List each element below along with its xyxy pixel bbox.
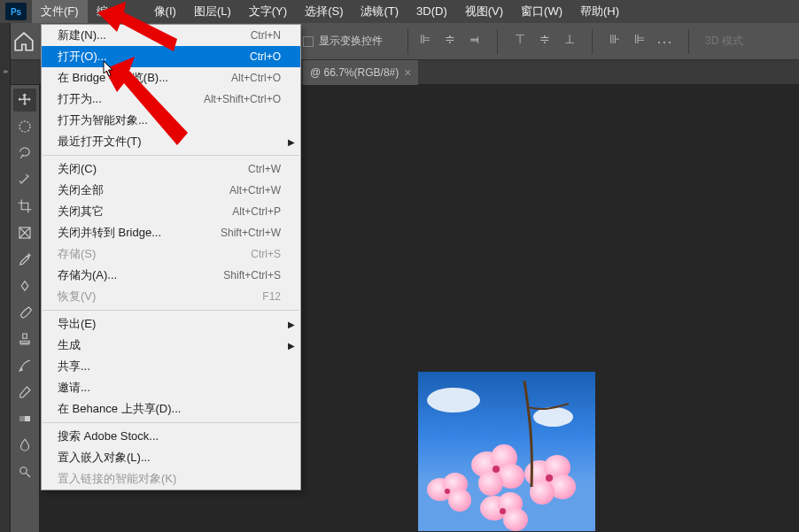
eyedropper-tool-icon[interactable] — [13, 248, 36, 271]
history-brush-tool-icon[interactable] — [13, 354, 36, 377]
svg-point-0 — [19, 121, 30, 132]
menu-item-label: 共享... — [58, 359, 90, 374]
menu-item[interactable]: 在 Behance 上共享(D)... — [42, 398, 300, 420]
menu-item-label: 置入嵌入对象(L)... — [58, 450, 151, 466]
annotation-arrow-icon — [97, 2, 186, 55]
menu-item-shortcut: Ctrl+S — [251, 248, 281, 260]
distribute-v-icon[interactable]: ⊫ — [630, 29, 649, 49]
svg-marker-6 — [105, 57, 188, 145]
menu-item[interactable]: 关闭全部Alt+Ctrl+W — [42, 180, 300, 201]
menu-3d[interactable]: 3D(D) — [407, 0, 456, 23]
frame-tool-icon[interactable] — [13, 221, 36, 244]
menu-item[interactable]: 邀请... — [42, 377, 300, 398]
expand-icon[interactable]: ▸▸ — [0, 23, 10, 75]
menu-item: 存储(S)Ctrl+S — [42, 243, 300, 265]
menu-separator — [43, 310, 299, 311]
wand-tool-icon[interactable] — [13, 168, 36, 191]
menu-item-shortcut: Ctrl+N — [251, 29, 281, 42]
menu-item[interactable]: 共享... — [42, 356, 300, 377]
menu-item[interactable]: 搜索 Adobe Stock... — [42, 426, 300, 447]
menu-item-label: 导出(E) — [58, 316, 96, 332]
submenu-arrow-icon: ▶ — [288, 341, 295, 351]
lasso-tool-icon[interactable] — [13, 142, 36, 165]
menu-item-label: 关闭并转到 Bridge... — [58, 225, 161, 241]
menu-select[interactable]: 选择(S) — [296, 0, 352, 23]
divider — [592, 29, 593, 54]
tab-title: @ 66.7%(RGB/8#) — [310, 60, 399, 85]
marquee-tool-icon[interactable] — [13, 115, 36, 138]
menu-item-label: 关闭(C) — [58, 161, 97, 177]
toolbox — [11, 85, 39, 483]
menu-item-shortcut: Alt+Ctrl+P — [232, 205, 281, 218]
blur-tool-icon[interactable] — [13, 434, 36, 457]
menu-item[interactable]: 置入嵌入对象(L)... — [42, 447, 300, 468]
stamp-tool-icon[interactable] — [13, 328, 36, 351]
divider — [688, 29, 689, 54]
healing-tool-icon[interactable] — [13, 274, 36, 297]
menu-item[interactable]: 导出(E)▶ — [42, 313, 300, 335]
menu-view[interactable]: 视图(V) — [456, 0, 512, 23]
menu-window[interactable]: 窗口(W) — [512, 0, 571, 23]
menu-item-shortcut: Alt+Ctrl+O — [231, 72, 281, 84]
document-tab[interactable]: @ 66.7%(RGB/8#) × — [303, 60, 418, 85]
move-tool-icon[interactable] — [13, 89, 36, 112]
annotation-arrow-icon — [105, 57, 193, 154]
eraser-tool-icon[interactable] — [13, 381, 36, 404]
menu-item-shortcut: Ctrl+W — [248, 163, 281, 175]
menu-file[interactable]: 文件(F) — [32, 0, 88, 23]
dodge-tool-icon[interactable] — [13, 460, 36, 483]
menu-item-shortcut: Shift+Ctrl+S — [223, 269, 281, 281]
brush-tool-icon[interactable] — [13, 301, 36, 324]
more-icon[interactable]: ⋯ — [656, 32, 674, 51]
menu-help[interactable]: 帮助(H) — [571, 0, 628, 23]
submenu-arrow-icon: ▶ — [288, 320, 295, 329]
menu-item-label: 恢复(V) — [58, 289, 96, 305]
menu-item[interactable]: 关闭(C)Ctrl+W — [42, 158, 300, 180]
menu-filter[interactable]: 滤镜(T) — [352, 0, 407, 23]
transform-label: 显示变换控件 — [319, 34, 383, 49]
align-center-h-icon[interactable]: ≑ — [440, 29, 460, 49]
transform-checkbox[interactable] — [303, 36, 314, 47]
menu-item-label: 存储(S) — [58, 246, 96, 262]
home-icon[interactable] — [12, 30, 35, 53]
menu-item-label: 生成 — [58, 337, 81, 353]
align-right-icon[interactable]: ⫤ — [465, 29, 485, 49]
document-image — [418, 372, 595, 531]
close-icon[interactable]: × — [404, 60, 411, 85]
menu-item-shortcut: Shift+Ctrl+W — [221, 227, 281, 239]
menu-item-shortcut: Alt+Ctrl+W — [229, 184, 281, 197]
svg-marker-5 — [97, 2, 177, 51]
align-icons: ⊫ ≑ ⫤ ⊤ ≑ ⊥ ⊪ ⊫ — [415, 29, 649, 54]
menu-item[interactable]: 关闭并转到 Bridge...Shift+Ctrl+W — [42, 222, 300, 243]
3d-mode-label: 3D 模式 — [696, 34, 752, 49]
menu-layer[interactable]: 图层(L) — [185, 0, 240, 23]
align-center-v-icon[interactable]: ≑ — [535, 29, 555, 49]
gradient-tool-icon[interactable] — [13, 407, 36, 430]
menu-item-shortcut: Ctrl+O — [250, 50, 281, 63]
menu-item-shortcut: Alt+Shift+Ctrl+O — [204, 93, 281, 105]
menu-separator — [43, 155, 299, 156]
menu-item-label: 存储为(A)... — [58, 267, 117, 283]
menu-item[interactable]: 存储为(A)...Shift+Ctrl+S — [42, 265, 300, 286]
panel-rail: ▸▸ — [0, 23, 11, 532]
align-bottom-icon[interactable]: ⊥ — [560, 29, 579, 49]
align-top-icon[interactable]: ⊤ — [510, 29, 530, 49]
submenu-arrow-icon: ▶ — [288, 137, 295, 147]
menu-separator — [43, 422, 299, 423]
menu-item: 恢复(V)F12 — [42, 286, 300, 307]
menu-item-label: 关闭其它 — [58, 204, 104, 220]
menu-item-label: 邀请... — [58, 380, 90, 396]
menu-item: 置入链接的智能对象(K) — [42, 468, 300, 490]
cursor-icon — [103, 60, 115, 78]
menu-item-label: 置入链接的智能对象(K) — [58, 471, 176, 487]
menu-type[interactable]: 文字(Y) — [240, 0, 296, 23]
menu-item[interactable]: 关闭其它Alt+Ctrl+P — [42, 201, 300, 222]
menu-item-label: 打开为... — [58, 91, 102, 107]
menu-item[interactable]: 生成▶ — [42, 335, 300, 356]
align-left-icon[interactable]: ⊫ — [415, 29, 435, 49]
crop-tool-icon[interactable] — [13, 195, 36, 218]
distribute-h-icon[interactable]: ⊪ — [605, 29, 624, 49]
menu-item-label: 在 Behance 上共享(D)... — [58, 401, 181, 417]
menu-item-shortcut: F12 — [262, 290, 281, 303]
menu-item-label: 关闭全部 — [58, 182, 104, 198]
